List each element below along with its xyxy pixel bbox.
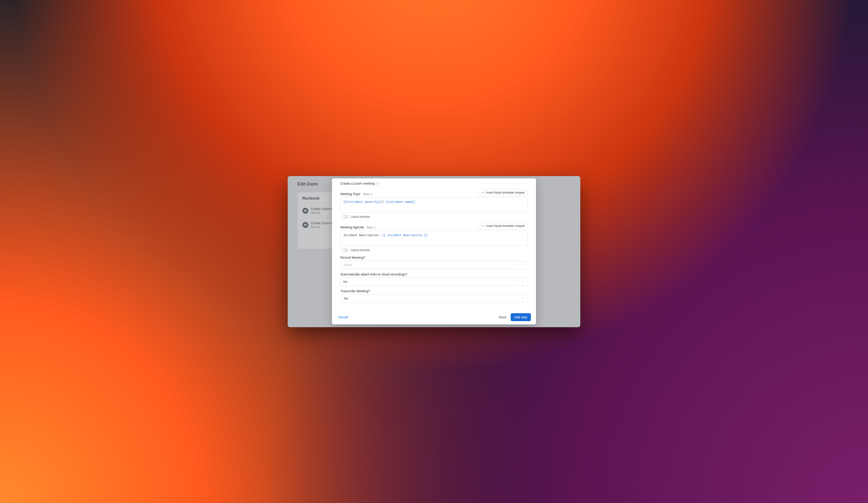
code-token: Incident Description: bbox=[343, 233, 382, 237]
record-meeting-placeholder: Select... bbox=[343, 263, 354, 266]
docs-link[interactable]: Docs bbox=[363, 192, 373, 196]
docs-link-text: Docs bbox=[367, 226, 373, 229]
back-button[interactable]: Back bbox=[497, 313, 508, 321]
meeting-topic-input[interactable]: [{{incident.severity}}] {{incident.name}… bbox=[340, 197, 528, 213]
modal-body: Create a Zoom meeting Meeting Topic Docs… bbox=[332, 178, 536, 310]
code-token-liquid: {{ incident.description }} bbox=[382, 233, 428, 237]
insert-snippet-button-label: Insert liquid template snippet bbox=[486, 224, 525, 228]
liquid-preview-toggle[interactable] bbox=[342, 215, 348, 219]
meeting-topic-header: Meeting Topic Docs Insert liquid templat… bbox=[340, 189, 528, 196]
liquid-preview-label: Liquid preview bbox=[351, 215, 370, 218]
code-token: ] bbox=[382, 200, 385, 203]
action-title: Create a Zoom meeting bbox=[340, 182, 375, 185]
add-step-button[interactable]: Add step bbox=[511, 313, 531, 321]
chevron-down-icon bbox=[522, 297, 525, 300]
transcribe-value: Yes bbox=[343, 297, 348, 300]
meeting-agenda-label: Meeting Agenda bbox=[340, 226, 364, 229]
transcribe-select[interactable]: Yes bbox=[340, 294, 528, 303]
liquid-preview-label: Liquid preview bbox=[351, 248, 370, 252]
liquid-preview-row: Liquid preview bbox=[342, 215, 528, 219]
chevron-down-icon bbox=[522, 280, 525, 283]
code-token-liquid: {{incident.severity}} bbox=[345, 200, 382, 203]
docs-link[interactable]: Docs bbox=[367, 226, 376, 229]
code-token-liquid: {{incident.name}} bbox=[385, 200, 415, 203]
docs-link-text: Docs bbox=[363, 192, 370, 196]
transcribe-label: Transcribe Meeting? bbox=[340, 289, 370, 293]
liquid-preview-row: Liquid preview bbox=[342, 248, 528, 252]
app-window: Edit Zoom Runbook Create Zoom meeting Ma… bbox=[288, 176, 580, 327]
modal-footer: Cancel Back Add step bbox=[332, 310, 536, 324]
action-title-row: Create a Zoom meeting bbox=[340, 182, 528, 185]
meeting-topic-label: Meeting Topic bbox=[340, 192, 360, 196]
chevron-down-icon bbox=[522, 263, 525, 266]
attach-links-select[interactable]: No bbox=[340, 277, 528, 286]
meeting-agenda-input[interactable]: Incident Description: {{ incident.descri… bbox=[340, 231, 528, 246]
edit-step-modal: Create a Zoom meeting Meeting Topic Docs… bbox=[332, 178, 536, 324]
meeting-agenda-header: Meeting Agenda Docs Insert liquid templa… bbox=[340, 222, 528, 229]
cancel-button[interactable]: Cancel bbox=[337, 314, 349, 321]
liquid-preview-toggle[interactable] bbox=[342, 248, 348, 252]
code-token: [ bbox=[343, 200, 345, 203]
attach-links-label: Automatically attach links to cloud reco… bbox=[340, 272, 407, 276]
insert-snippet-button[interactable]: Insert liquid template snippet bbox=[478, 222, 528, 229]
record-meeting-label: Record Meeting? bbox=[340, 256, 365, 259]
external-link-icon[interactable] bbox=[376, 182, 379, 185]
insert-snippet-button-label: Insert liquid template snippet bbox=[486, 191, 525, 194]
record-meeting-select[interactable]: Select... bbox=[340, 261, 528, 269]
attach-links-value: No bbox=[343, 280, 347, 283]
insert-snippet-button[interactable]: Insert liquid template snippet bbox=[478, 189, 528, 196]
